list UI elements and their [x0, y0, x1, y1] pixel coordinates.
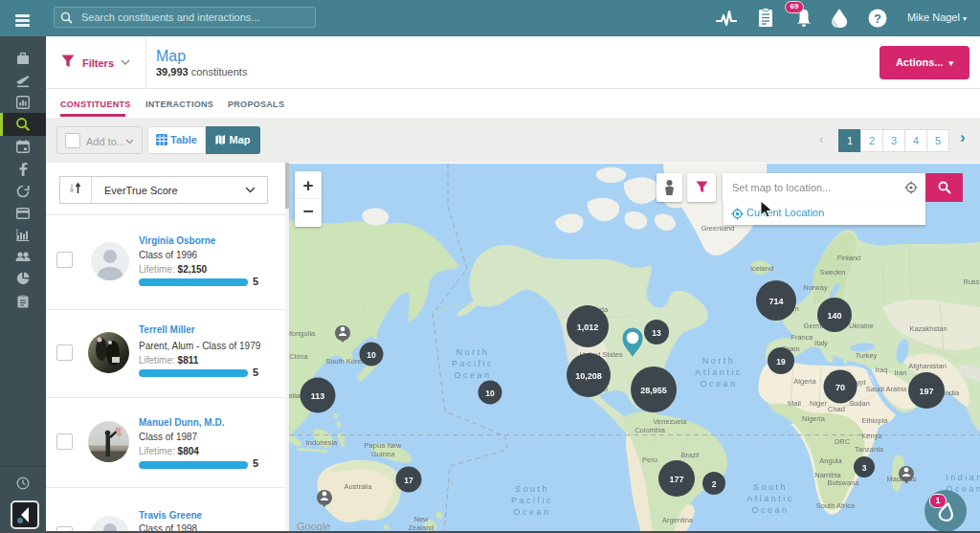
svg-text:Saudi Arabia: Saudi Arabia: [866, 385, 907, 393]
svg-text:Turkey: Turkey: [856, 351, 878, 360]
svg-text:Indian: Indian: [946, 473, 980, 482]
svg-text:India: India: [944, 389, 960, 397]
svg-text:South Africa: South Africa: [816, 501, 856, 510]
svg-text:Atlantic: Atlantic: [695, 367, 743, 377]
svg-text:South: South: [515, 484, 549, 494]
svg-text:Norway: Norway: [803, 283, 828, 292]
svg-text:Australia: Australia: [344, 482, 372, 491]
svg-text:13: 13: [652, 328, 661, 338]
svg-text:177: 177: [669, 475, 683, 484]
svg-text:Ukraine: Ukraine: [849, 322, 874, 330]
svg-text:Kenya: Kenya: [861, 432, 882, 440]
svg-text:Greenland: Greenland: [701, 224, 734, 233]
svg-text:3: 3: [862, 463, 867, 473]
svg-text:Ocean: Ocean: [513, 507, 550, 517]
svg-text:70: 70: [835, 383, 845, 392]
svg-text:North: North: [457, 347, 490, 357]
svg-text:714: 714: [768, 297, 783, 306]
svg-text:197: 197: [919, 387, 933, 396]
svg-text:Ocean: Ocean: [454, 370, 491, 380]
svg-text:Atlantic: Atlantic: [746, 494, 794, 503]
svg-text:Mongolia: Mongolia: [289, 329, 316, 338]
svg-text:South: South: [753, 482, 788, 492]
svg-text:?: ?: [874, 11, 881, 26]
svg-text:Ethiopia: Ethiopia: [861, 416, 888, 425]
svg-text:Iceland: Iceland: [750, 264, 773, 273]
svg-text:1,012: 1,012: [577, 322, 599, 332]
svg-text:19: 19: [776, 357, 786, 366]
svg-text:Kazakhstan: Kazakhstan: [909, 324, 947, 333]
svg-text:Tanzania: Tanzania: [855, 445, 884, 454]
svg-text:Sudan: Sudan: [849, 399, 870, 408]
svg-text:Iran: Iran: [895, 368, 907, 377]
svg-text:New: New: [413, 515, 429, 523]
svg-text:2: 2: [712, 479, 717, 489]
svg-text:Ocean: Ocean: [751, 505, 789, 515]
svg-text:Peru: Peru: [642, 455, 657, 464]
svg-text:Papua New: Papua New: [365, 441, 402, 450]
svg-text:Iraq: Iraq: [876, 366, 888, 374]
svg-text:Argentina: Argentina: [662, 516, 694, 524]
svg-text:140: 140: [827, 311, 841, 321]
svg-text:Colombia: Colombia: [635, 426, 666, 434]
svg-text:Botswana: Botswana: [828, 478, 860, 487]
svg-text:France: France: [791, 333, 813, 342]
svg-text:Chad: Chad: [828, 405, 845, 413]
svg-text:Algeria: Algeria: [793, 377, 816, 386]
svg-text:Niger: Niger: [810, 399, 827, 408]
svg-text:Indonesia: Indonesia: [306, 438, 338, 447]
svg-text:Ocean: Ocean: [700, 379, 737, 389]
svg-text:Russia: Russia: [964, 278, 980, 286]
svg-text:Pacific: Pacific: [452, 359, 494, 368]
svg-text:Afghanistan: Afghanistan: [908, 362, 947, 370]
svg-text:10,208: 10,208: [575, 371, 602, 381]
svg-text:Mali: Mali: [788, 399, 801, 408]
svg-text:Finland: Finland: [837, 254, 861, 262]
svg-text:Brazil: Brazil: [681, 451, 700, 459]
svg-text:China: China: [289, 352, 308, 361]
svg-text:Angola: Angola: [819, 456, 842, 465]
svg-text:28,955: 28,955: [640, 386, 667, 395]
svg-text:Italy: Italy: [814, 339, 828, 347]
svg-text:Venezuela: Venezuela: [653, 417, 687, 426]
svg-text:10: 10: [485, 389, 495, 398]
svg-text:Guinea: Guinea: [371, 450, 395, 458]
svg-text:Sweden: Sweden: [819, 268, 845, 277]
svg-text:17: 17: [404, 476, 413, 485]
svg-text:Pacific: Pacific: [511, 496, 553, 505]
svg-text:Nigeria: Nigeria: [802, 414, 826, 423]
svg-text:North: North: [702, 356, 736, 366]
svg-text:10: 10: [367, 350, 376, 360]
svg-text:DRC: DRC: [835, 437, 851, 446]
svg-text:113: 113: [311, 391, 325, 401]
